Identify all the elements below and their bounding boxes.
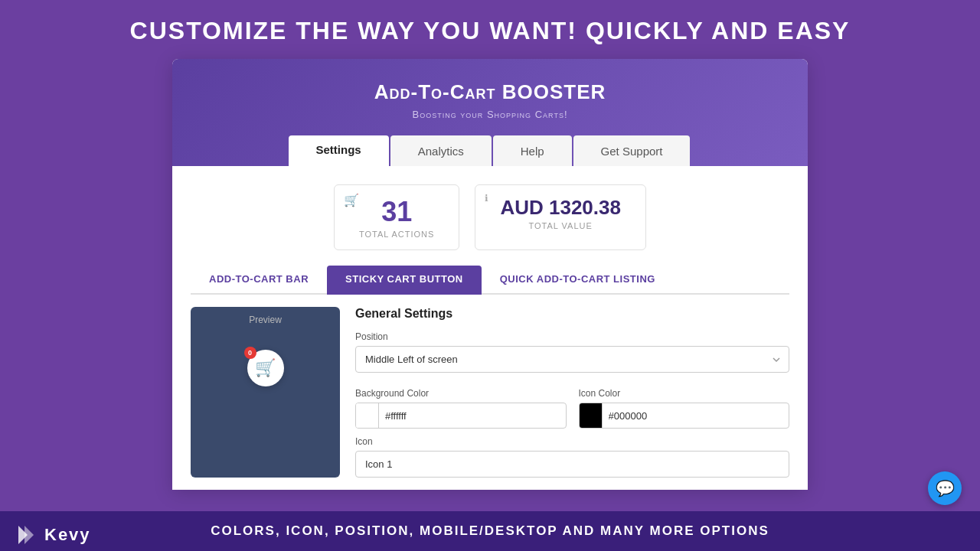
top-headline: CUSTOMIZE THE WAY YOU WANT! QUICKLY AND … (0, 0, 980, 59)
background-color-label: Background Color (355, 388, 567, 399)
tab-settings[interactable]: Settings (289, 135, 389, 166)
feature-tab-add-to-cart-bar[interactable]: ADD-TO-CART BAR (191, 266, 327, 295)
kevy-logo: Kevy (18, 525, 91, 545)
background-color-wrapper (355, 403, 567, 429)
stats-row: 🛒 31 TOTAL ACTIONS ℹ AUD 1320.38 TOTAL V… (172, 166, 808, 259)
card-title: Add-To-Cart BOOSTER (172, 80, 808, 104)
cart-stat-icon: 🛒 (344, 193, 359, 207)
icon-label: Icon (355, 436, 789, 447)
icon-select[interactable]: Icon 1 Icon 2 Icon 3 (356, 452, 789, 477)
card-body: 🛒 31 TOTAL ACTIONS ℹ AUD 1320.38 TOTAL V… (172, 166, 808, 490)
stat-actions-number: 31 (359, 196, 434, 228)
bottom-bar-text: COLORS, ICON, POSITION, MOBILE/DESKTOP A… (211, 523, 769, 538)
preview-label: Preview (249, 315, 282, 325)
card-subtitle: Boosting your Shopping Carts! (172, 109, 808, 120)
main-tabs: Settings Analytics Help Get Support (172, 135, 808, 166)
icon-color-field: Icon Color (579, 380, 790, 429)
icon-field-row: Icon Icon 1 Icon 2 Icon 3 (355, 436, 789, 478)
tab-analytics[interactable]: Analytics (390, 135, 492, 166)
cart-icon: 🛒 (255, 358, 276, 378)
cart-button-preview: 0 🛒 (247, 350, 284, 386)
color-row: Background Color Icon Color (355, 380, 789, 429)
feature-tabs: ADD-TO-CART BAR STICKY CART BUTTON QUICK… (191, 266, 789, 295)
feature-tab-quick-listing[interactable]: QUICK ADD-TO-CART LISTING (482, 266, 674, 295)
card-header: Add-To-Cart BOOSTER Boosting your Shoppi… (172, 59, 808, 166)
icon-color-input[interactable] (603, 410, 789, 422)
tab-get-support[interactable]: Get Support (573, 135, 691, 166)
position-label: Position (355, 331, 789, 342)
kevy-logo-icon (18, 526, 40, 544)
stat-value-amount: AUD 1320.38 (500, 196, 621, 220)
cart-badge: 0 (244, 347, 256, 359)
icon-color-wrapper (579, 403, 790, 429)
settings-panel: General Settings Position Middle Left of… (355, 307, 789, 478)
chat-icon: 💬 (936, 479, 955, 497)
info-stat-icon: ℹ (485, 193, 488, 204)
preview-box: Preview 0 🛒 (191, 307, 340, 478)
chat-button[interactable]: 💬 (928, 471, 962, 505)
background-color-swatch[interactable] (356, 403, 379, 428)
main-card: Add-To-Cart BOOSTER Boosting your Shoppi… (172, 59, 808, 490)
stat-box-value: ℹ AUD 1320.38 TOTAL VALUE (475, 184, 646, 250)
content-area: Preview 0 🛒 General Settings Position Mi… (172, 295, 808, 490)
stat-box-actions: 🛒 31 TOTAL ACTIONS (334, 184, 459, 250)
kevy-logo-text: Kevy (44, 525, 91, 545)
svg-marker-1 (24, 526, 34, 544)
position-select[interactable]: Middle Left of screen Middle Right of sc… (355, 346, 789, 373)
bottom-bar: Kevy COLORS, ICON, POSITION, MOBILE/DESK… (0, 511, 980, 551)
stat-value-label: TOTAL VALUE (500, 221, 621, 230)
icon-color-label: Icon Color (579, 388, 790, 399)
background-color-field: Background Color (355, 380, 567, 429)
background-color-input[interactable] (379, 410, 566, 422)
feature-tab-sticky-cart[interactable]: STICKY CART BUTTON (327, 266, 482, 295)
icon-color-swatch[interactable] (580, 403, 603, 428)
stat-actions-label: TOTAL ACTIONS (359, 230, 434, 239)
tab-help[interactable]: Help (493, 135, 572, 166)
settings-title: General Settings (355, 307, 789, 321)
icon-select-wrapper: Icon 1 Icon 2 Icon 3 (355, 451, 789, 478)
